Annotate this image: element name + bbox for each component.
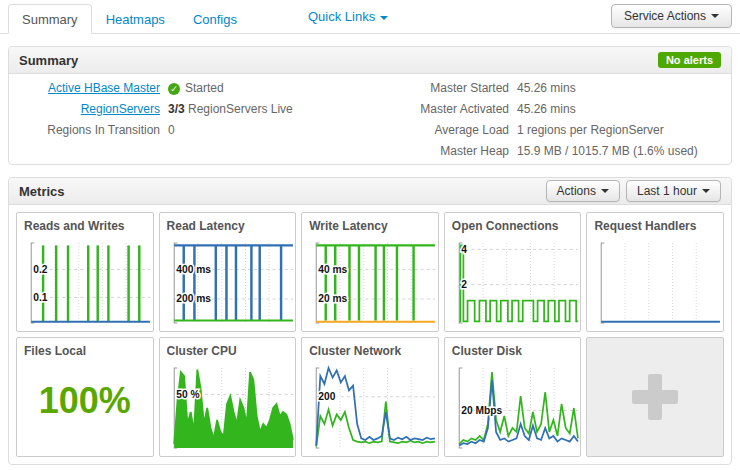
summary-panel-title: Summary <box>19 53 78 68</box>
chart-write-latency: 40 ms20 ms <box>306 240 437 326</box>
tab-heatmaps[interactable]: Heatmaps <box>92 5 179 33</box>
files-local-value: 100% <box>24 358 146 444</box>
metric-tile-cluster-disk[interactable]: Cluster Disk20 Mbps <box>444 337 582 457</box>
plus-icon <box>632 374 678 420</box>
service-actions-button[interactable]: Service Actions <box>611 4 732 28</box>
master-activated-value: 45.26 mins <box>517 99 576 120</box>
summary-panel-heading: Summary No alerts <box>9 47 731 74</box>
metrics-heading-buttons: Actions Last 1 hour <box>546 180 721 202</box>
svg-text:0.2: 0.2 <box>33 264 48 275</box>
tab-configs[interactable]: Configs <box>179 5 251 33</box>
metric-title-cluster-cpu: Cluster CPU <box>167 344 289 358</box>
chart-cluster-cpu: 50 % <box>164 365 295 451</box>
hbase-service-page: Summary Heatmaps Configs Quick Links Ser… <box>0 0 740 470</box>
summary-row-average-load: Average Load1 regions per RegionServer <box>309 120 737 141</box>
svg-text:20 Mbps: 20 Mbps <box>461 405 502 416</box>
service-actions-label: Service Actions <box>624 9 706 23</box>
add-widget-tile[interactable] <box>586 337 724 457</box>
svg-text:4: 4 <box>461 244 467 255</box>
metric-tile-open-connections[interactable]: Open Connections42 <box>444 212 582 332</box>
chart-request-handlers <box>591 240 722 326</box>
regionservers-link[interactable]: RegionServers <box>15 99 160 120</box>
metric-tile-files-local[interactable]: Files Local100% <box>16 337 154 457</box>
summary-row-master-activated: Master Activated45.26 mins <box>309 99 737 120</box>
metric-title-read-latency: Read Latency <box>167 219 289 233</box>
metric-title-files-local: Files Local <box>24 344 146 358</box>
quick-links-label: Quick Links <box>308 9 375 24</box>
summary-row-master-started: Master Started45.26 mins <box>309 78 737 99</box>
metric-tile-cluster-cpu[interactable]: Cluster CPU50 % <box>159 337 297 457</box>
quick-links-dropdown[interactable]: Quick Links <box>308 9 388 24</box>
master-started-value: 45.26 mins <box>517 78 576 99</box>
svg-text:50 %: 50 % <box>176 389 199 400</box>
metric-title-cluster-disk: Cluster Disk <box>452 344 574 358</box>
no-alerts-badge[interactable]: No alerts <box>658 52 721 68</box>
svg-text:200: 200 <box>318 391 335 402</box>
chart-read-latency: 400 ms200 ms <box>164 240 295 326</box>
service-tabbar: Summary Heatmaps Configs Quick Links Ser… <box>0 0 740 34</box>
metric-tiles-grid: Reads and Writes0.20.1Read Latency400 ms… <box>9 205 731 464</box>
svg-text:2: 2 <box>461 279 467 290</box>
chevron-down-icon <box>702 189 710 193</box>
svg-text:200 ms: 200 ms <box>176 294 211 305</box>
metrics-panel-title: Metrics <box>19 184 65 199</box>
metric-title-write-latency: Write Latency <box>309 219 431 233</box>
regions-in-transition-value: 0 <box>168 120 175 141</box>
summary-panel: Summary No alerts Active HBase Master✓St… <box>8 46 732 165</box>
svg-text:0.1: 0.1 <box>33 292 48 303</box>
metric-title-open-connections: Open Connections <box>452 219 574 233</box>
metric-tile-read-latency[interactable]: Read Latency400 ms200 ms <box>159 212 297 332</box>
master-heap-label: Master Heap <box>309 141 509 162</box>
time-range-label: Last 1 hour <box>637 184 697 198</box>
chevron-down-icon <box>380 16 388 20</box>
chart-cluster-disk: 20 Mbps <box>449 365 580 451</box>
summary-row-master-heap: Master Heap15.9 MB / 1015.7 MB (1.6% use… <box>309 141 737 162</box>
regionservers-ratio: 3/3 <box>168 102 188 116</box>
metric-title-request-handlers: Request Handlers <box>594 219 716 233</box>
summary-right-column: Master Started45.26 minsMaster Activated… <box>309 78 737 162</box>
status-started-check-icon: ✓ <box>168 83 180 95</box>
metrics-actions-button[interactable]: Actions <box>546 180 620 202</box>
master-activated-label: Master Activated <box>309 99 509 120</box>
time-range-button[interactable]: Last 1 hour <box>626 180 721 202</box>
metric-tile-request-handlers[interactable]: Request Handlers <box>586 212 724 332</box>
average-load-label: Average Load <box>309 120 509 141</box>
svg-text:40 ms: 40 ms <box>318 264 347 275</box>
summary-body: Active HBase Master✓StartedRegionServers… <box>9 74 731 164</box>
svg-text:400 ms: 400 ms <box>176 264 211 275</box>
metric-tile-cluster-network[interactable]: Cluster Network200 <box>301 337 439 457</box>
active-hbase-master-value: ✓Started <box>168 78 224 99</box>
metric-title-reads-and-writes: Reads and Writes <box>24 219 146 233</box>
metric-tile-write-latency[interactable]: Write Latency40 ms20 ms <box>301 212 439 332</box>
metric-title-cluster-network: Cluster Network <box>309 344 431 358</box>
metrics-panel-heading: Metrics Actions Last 1 hour <box>9 178 731 205</box>
chevron-down-icon <box>711 14 719 18</box>
svg-text:20 ms: 20 ms <box>318 294 347 305</box>
master-heap-value: 15.9 MB / 1015.7 MB (1.6% used) <box>517 141 698 162</box>
chevron-down-icon <box>601 189 609 193</box>
chart-open-connections: 42 <box>449 240 580 326</box>
regionservers-value: 3/3 RegionServers Live <box>168 99 293 120</box>
chart-reads-and-writes: 0.20.1 <box>21 240 152 326</box>
master-started-label: Master Started <box>309 78 509 99</box>
metrics-panel: Metrics Actions Last 1 hour Reads and Wr… <box>8 177 732 465</box>
chart-cluster-network: 200 <box>306 365 437 451</box>
average-load-value: 1 regions per RegionServer <box>517 120 664 141</box>
metrics-actions-label: Actions <box>557 184 596 198</box>
metric-tile-reads-and-writes[interactable]: Reads and Writes0.20.1 <box>16 212 154 332</box>
tab-summary[interactable]: Summary <box>8 4 92 34</box>
active-hbase-master-link[interactable]: Active HBase Master <box>15 78 160 99</box>
regions-in-transition-label: Regions In Transition <box>15 120 160 141</box>
